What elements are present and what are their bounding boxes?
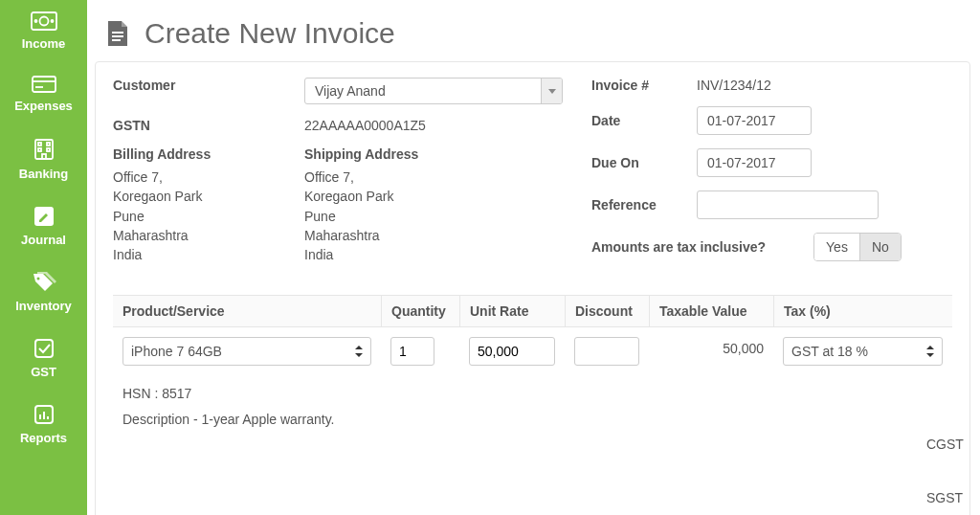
rate-input[interactable] [469, 337, 555, 366]
chart-icon [33, 404, 55, 425]
th-qty: Quantity [381, 296, 459, 326]
quantity-input[interactable] [390, 337, 434, 366]
cgst-label: CGST [926, 437, 964, 482]
svg-rect-11 [47, 148, 50, 151]
date-label: Date [591, 113, 697, 128]
svg-rect-21 [112, 35, 123, 37]
tax-breakdown: CGST 9% (Rs 4,500) SGST 9% (Rs 4,500) IG… [113, 437, 952, 515]
tax-select[interactable]: GST at 18 % [783, 337, 943, 366]
page-title: Create New Invoice [145, 17, 395, 50]
sidebar-item-label: GST [31, 365, 56, 379]
svg-rect-12 [42, 154, 46, 159]
th-product: Product/Service [113, 296, 381, 326]
customer-label: Customer [113, 78, 304, 93]
sgst-label: SGST [926, 490, 963, 515]
product-select[interactable]: iPhone 7 64GB [122, 337, 371, 366]
invoice-form: Customer Vijay Anand Invoice # INV/1234/… [95, 61, 970, 515]
billing-address: Billing Address Office 7, Koregaon Park … [113, 146, 304, 264]
sidebar-item-expenses[interactable]: Expenses [0, 64, 87, 126]
sidebar-item-label: Expenses [14, 99, 73, 113]
sidebar-item-inventory[interactable]: Inventory [0, 260, 87, 326]
svg-rect-15 [35, 340, 53, 357]
sidebar-item-label: Banking [19, 167, 68, 181]
bank-icon [33, 138, 55, 161]
description-text: Description - 1-year Apple warranty. [122, 407, 943, 433]
svg-point-1 [39, 17, 48, 26]
sidebar-item-journal[interactable]: Journal [0, 194, 87, 260]
th-rate: Unit Rate [459, 296, 565, 326]
customer-value: Vijay Anand [305, 83, 541, 99]
customer-select[interactable]: Vijay Anand [304, 78, 563, 104]
check-icon [33, 338, 55, 359]
svg-rect-10 [38, 148, 41, 151]
svg-rect-20 [112, 32, 123, 34]
sidebar-item-label: Reports [20, 431, 67, 445]
main: Create New Invoice Customer Vijay Anand … [87, 0, 980, 515]
invoice-num-value: INV/1234/12 [697, 78, 952, 93]
page-header: Create New Invoice [87, 0, 980, 61]
sidebar-item-reports[interactable]: Reports [0, 392, 87, 459]
table-row: iPhone 7 64GB 50,000 GST at 18 % [113, 327, 952, 375]
hsn-text: HSN : 8517 [122, 381, 943, 407]
cash-icon [31, 11, 57, 31]
shipping-title: Shipping Address [304, 146, 496, 162]
date-input[interactable] [697, 106, 812, 135]
sidebar-item-banking[interactable]: Banking [0, 126, 87, 194]
card-icon [32, 76, 56, 93]
pencil-icon [33, 206, 55, 227]
yes-button[interactable]: Yes [814, 234, 859, 260]
gstn-label: GSTN [113, 118, 304, 133]
sidebar-item-label: Inventory [15, 299, 72, 313]
sidebar-item-label: Journal [21, 233, 66, 247]
reference-label: Reference [591, 197, 697, 213]
gstn-value: 22AAAAA0000A1Z5 [304, 118, 591, 133]
updown-icon [355, 346, 363, 357]
shipping-address: Shipping Address Office 7, Koregaon Park… [304, 146, 496, 264]
svg-rect-8 [38, 143, 41, 146]
sidebar-item-label: Income [22, 36, 66, 51]
svg-point-14 [36, 278, 39, 280]
sidebar-item-gst[interactable]: GST [0, 326, 87, 392]
chevron-down-icon [541, 78, 562, 103]
svg-rect-22 [112, 39, 121, 41]
line-meta: HSN : 8517 Description - 1-year Apple wa… [113, 375, 952, 432]
billing-title: Billing Address [113, 146, 304, 162]
th-discount: Discount [565, 296, 649, 326]
dueon-label: Due On [591, 155, 697, 170]
tax-inclusive-label: Amounts are tax inclusive? [591, 239, 766, 255]
discount-input[interactable] [574, 337, 639, 366]
no-button[interactable]: No [859, 234, 901, 260]
svg-rect-4 [33, 77, 56, 92]
tax-value: GST at 18 % [791, 344, 868, 359]
tags-icon [32, 272, 56, 293]
dueon-input[interactable] [697, 148, 812, 177]
invoice-num-label: Invoice # [591, 78, 697, 93]
th-tax: Tax (%) [773, 296, 952, 326]
svg-point-3 [51, 20, 53, 22]
product-value: iPhone 7 64GB [131, 344, 222, 359]
svg-rect-9 [47, 143, 50, 146]
sidebar: Income Expenses Banking Journal Inventor… [0, 0, 87, 515]
updown-icon [926, 346, 934, 357]
th-taxable: Taxable Value [649, 296, 773, 326]
reference-input[interactable] [697, 190, 879, 219]
line-items-table: Product/Service Quantity Unit Rate Disco… [113, 295, 952, 515]
document-icon [104, 19, 131, 48]
taxable-value: 50,000 [649, 327, 773, 375]
tax-inclusive-toggle: Yes No [813, 233, 902, 261]
sidebar-item-income[interactable]: Income [0, 0, 87, 64]
svg-point-2 [34, 20, 36, 22]
